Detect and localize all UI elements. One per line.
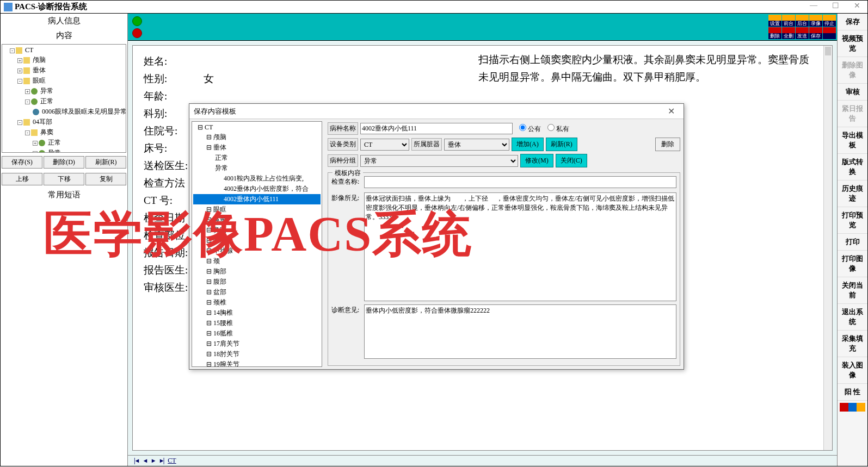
right-button[interactable]: 装入图像 xyxy=(838,357,867,384)
tree-node[interactable]: + 正常 xyxy=(3,138,125,148)
dialog-tree[interactable]: ⊟ CT⊟ 颅脑⊟ 垂体正常异常4001鞍内及鞍上占位性病变,4002垂体内小低… xyxy=(192,121,322,367)
dialog-form-area: 病种名称 公有 私有 设备类别 CT 所属脏器 垂体 增加(A) 刷新(R) 删… xyxy=(324,119,684,369)
public-radio[interactable]: 公有 xyxy=(519,124,541,134)
right-button[interactable]: 保存 xyxy=(838,14,867,30)
tree-node[interactable]: - 眼眶 xyxy=(3,76,125,86)
toolbar-green-icon[interactable] xyxy=(132,16,142,26)
tab-next-icon[interactable]: ▸ xyxy=(150,457,157,465)
close2-button[interactable]: 关闭(C) xyxy=(556,154,587,167)
maximize-button[interactable]: ☐ xyxy=(824,1,846,12)
dialog-close-icon[interactable]: ✕ xyxy=(663,106,679,116)
dialog-tree-node[interactable]: ⊟ 颈 xyxy=(193,256,321,266)
right-button[interactable]: 退出系统 xyxy=(838,304,867,331)
dialog-tree-node[interactable]: 4001鞍内及鞍上占位性病变, xyxy=(193,173,321,184)
dialog-tree-node[interactable]: ⊟ 16骶椎 xyxy=(193,328,321,339)
refresh2-button[interactable]: 刷新(R) xyxy=(546,138,577,151)
right-button[interactable]: 打印预览 xyxy=(838,207,867,234)
minimize-button[interactable]: — xyxy=(803,1,824,12)
right-button[interactable]: 版式转换 xyxy=(838,154,867,180)
dialog-tree-node[interactable]: ⊟ CT xyxy=(193,123,321,132)
dialog-tree-node[interactable]: 4002垂体内小低密度影，符合 xyxy=(193,184,321,194)
exam-name-input[interactable] xyxy=(364,176,676,188)
scrollbar[interactable] xyxy=(823,46,832,450)
tree-node[interactable]: - CT xyxy=(3,46,125,55)
dialog-tree-node[interactable]: ⊟ 14胸椎 xyxy=(193,308,321,318)
dialog-tree-node[interactable]: ⊟ 喉部 xyxy=(193,235,321,246)
right-button[interactable]: 紧日报告 xyxy=(838,101,867,127)
tab-prev-icon[interactable]: ◂ xyxy=(142,457,149,465)
dialog-tree-node[interactable]: ⊟ 腹部 xyxy=(193,277,321,287)
right-button[interactable]: 历史痕迹 xyxy=(838,180,867,207)
tree-node[interactable]: 0006眼球及眼眶未见明显异常 xyxy=(3,107,125,117)
right-button[interactable]: 审核 xyxy=(838,84,867,101)
dialog-tree-node[interactable]: ⊟ 盆部 xyxy=(193,287,321,297)
tree-node[interactable]: + 垂体 xyxy=(3,65,125,76)
toolbar-icon[interactable]: 后台 xyxy=(796,15,809,27)
toolbar-icon[interactable]: 停止 xyxy=(823,15,836,27)
dialog-tree-node[interactable]: ⊟ 颈椎 xyxy=(193,297,321,308)
toolbar-icon[interactable]: 保存 xyxy=(809,27,822,39)
dialog-tree-node[interactable]: ⊟ 胸部 xyxy=(193,266,321,277)
dialog-tree-node[interactable]: ⊟ 17肩关节 xyxy=(193,339,321,349)
dialog-tree-node[interactable]: ⊟ 甲状腺 xyxy=(193,246,321,256)
tree-node[interactable]: - 04耳部 xyxy=(3,117,125,127)
copy-button[interactable]: 复制 xyxy=(85,173,126,185)
refresh-button[interactable]: 刷新(R) xyxy=(85,156,126,169)
tab-ct[interactable]: CT xyxy=(168,457,176,464)
tree-node[interactable]: + 异常 xyxy=(3,86,125,96)
right-button[interactable]: 阳 性 xyxy=(838,384,867,401)
private-radio[interactable]: 私有 xyxy=(547,124,569,134)
tree-node[interactable]: + 颅脑 xyxy=(3,55,125,65)
save-button[interactable]: 保存(S) xyxy=(2,156,42,169)
dialog-tree-node[interactable]: ⊟ 鼻咽 xyxy=(193,225,321,235)
findings-textarea[interactable] xyxy=(364,192,676,301)
toolbar-icon[interactable]: 设置 xyxy=(768,15,781,27)
close-button[interactable]: ✕ xyxy=(846,1,868,12)
dialog-tree-node[interactable]: ⊟ 颅脑 xyxy=(193,132,321,142)
tree-node[interactable]: - 正常 xyxy=(3,96,125,107)
dialog-tree-node[interactable]: ⊟ 18肘关节 xyxy=(193,349,321,359)
right-button[interactable]: 打印图像 xyxy=(838,251,867,277)
dialog-tree-node[interactable]: 正常 xyxy=(193,153,321,163)
right-button[interactable]: 关闭当前 xyxy=(838,277,867,304)
toolbar-icon[interactable]: 全删 xyxy=(782,27,795,39)
group-select[interactable]: 异常 xyxy=(360,155,518,167)
dialog-tree-node[interactable]: ⊟ 15腰椎 xyxy=(193,318,321,328)
tab-first-icon[interactable]: |◂ xyxy=(132,457,140,465)
diagnosis-textarea[interactable] xyxy=(364,304,676,359)
modify-button[interactable]: 修改(M) xyxy=(520,154,553,167)
right-button[interactable]: 删除图像 xyxy=(838,57,867,84)
moveup-button[interactable]: 上移 xyxy=(2,173,42,185)
dialog-tree-node[interactable]: ⊟ 19腕关节 xyxy=(193,359,321,367)
tree-node[interactable]: - 鼻窦 xyxy=(3,127,125,138)
right-button[interactable]: 导出模板 xyxy=(838,127,867,154)
device-type-select[interactable]: CT xyxy=(360,139,409,151)
add-button[interactable]: 增加(A) xyxy=(512,138,544,151)
yellow-icon[interactable] xyxy=(857,403,865,412)
delete2-button[interactable]: 删除 xyxy=(655,138,680,151)
blue-icon[interactable] xyxy=(848,403,857,412)
right-button[interactable]: 视频预览 xyxy=(838,30,867,57)
dialog-tree-node[interactable]: ⊟ 鼻窦 xyxy=(193,215,321,225)
tree-node[interactable]: - 异常 xyxy=(3,148,125,153)
right-button[interactable]: 打印 xyxy=(838,234,867,251)
toolbar-icon[interactable]: 发送 xyxy=(796,27,809,39)
dialog-tree-node[interactable]: 4002垂体内小低111 xyxy=(193,194,321,204)
toolbar-icon[interactable] xyxy=(823,27,836,39)
toolbar-icon[interactable]: 前台 xyxy=(782,15,795,27)
dialog-tree-node[interactable]: ⊟ 垂体 xyxy=(193,142,321,153)
tab-last-icon[interactable]: ▸| xyxy=(158,457,167,465)
delete-button[interactable]: 删除(D) xyxy=(44,156,84,169)
disease-name-input[interactable] xyxy=(360,123,513,134)
template-tree[interactable]: - CT+ 颅脑+ 垂体- 眼眶+ 异常- 正常 0006眼球及眼眶未见明显异常… xyxy=(2,44,126,153)
toolbar-red-icon[interactable] xyxy=(132,28,142,38)
movedown-button[interactable]: 下移 xyxy=(44,173,84,185)
organ-select[interactable]: 垂体 xyxy=(444,139,509,151)
scroll-thumb[interactable] xyxy=(825,47,831,55)
red-icon[interactable] xyxy=(840,403,848,412)
toolbar-icon[interactable]: 删除 xyxy=(768,27,781,39)
right-button[interactable]: 采集填充 xyxy=(838,331,867,357)
toolbar-icon[interactable]: 录像 xyxy=(809,15,822,27)
dialog-tree-node[interactable]: ⊟ 眼眶 xyxy=(193,204,321,215)
dialog-tree-node[interactable]: 异常 xyxy=(193,163,321,173)
